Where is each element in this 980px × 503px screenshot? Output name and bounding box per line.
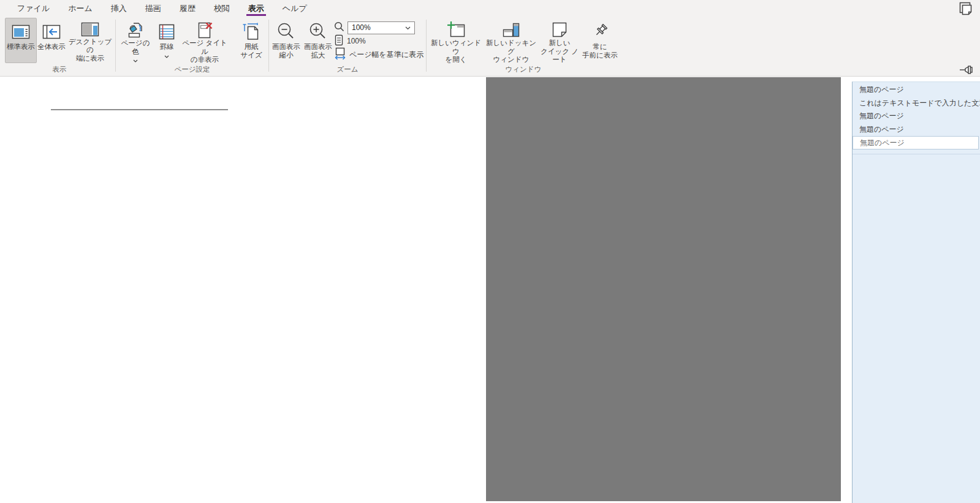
ribbon-content: 標準表示 全体表示 デスクトップの 端に表示 (0, 17, 980, 77)
page-list-divider (853, 154, 980, 154)
hide-page-title-icon (196, 21, 214, 39)
group-separator (115, 20, 116, 72)
dock-to-desktop-icon (81, 21, 99, 38)
zoom-controls-column: 100% 100% (334, 18, 425, 61)
paper-size-button[interactable]: 用紙 サイズ (235, 18, 267, 63)
paper-size-icon (242, 21, 260, 43)
ribbon-group-page-setup: ページの色 罫線 ページ タイトル (117, 17, 267, 77)
new-docked-window-icon (501, 21, 521, 39)
ribbon-area: ファイル ホーム 挿入 描画 履歴 校閲 表示 ヘルプ 標準表示 (0, 0, 980, 77)
zoom-100-button[interactable]: 100% (334, 35, 425, 47)
button-label: 画面表示 (304, 43, 332, 51)
always-on-top-pin-icon (591, 21, 609, 43)
normal-view-icon (12, 21, 30, 43)
overlapping-pages-icon[interactable] (958, 2, 975, 17)
always-on-top-button[interactable]: 常に 手前に表示 (581, 18, 619, 63)
rule-lines-icon (158, 21, 176, 43)
tab-review[interactable]: 校閲 (205, 0, 239, 17)
full-page-view-button[interactable]: 全体表示 (37, 18, 66, 63)
zoom-out-icon (276, 21, 296, 43)
page-list-item[interactable]: 無題のページ (853, 110, 980, 123)
button-label: 拡大 (311, 51, 325, 60)
ribbon-group-view: 標準表示 全体表示 デスクトップの 端に表示 (5, 17, 114, 77)
tab-home[interactable]: ホーム (59, 0, 102, 17)
button-label: デスクトップの (67, 38, 113, 55)
group-separator (268, 20, 269, 72)
ribbon-tab-row: ファイル ホーム 挿入 描画 履歴 校閲 表示 ヘルプ (0, 0, 980, 17)
button-label: 手前に表示 (582, 51, 618, 60)
group-label-zoom: ズーム (270, 64, 425, 76)
button-label: 新しい (549, 39, 570, 48)
new-quick-note-icon (550, 21, 569, 39)
button-label: クイック ノート (539, 48, 580, 64)
rule-lines-button[interactable]: 罫線 (154, 18, 180, 63)
new-quick-note-button[interactable]: 新しい クイック ノート (538, 18, 581, 63)
onenote-window: ファイル ホーム 挿入 描画 履歴 校閲 表示 ヘルプ 標準表示 (0, 0, 980, 503)
button-label: ウィンドウ (493, 56, 530, 64)
button-label: ページの色 (118, 39, 153, 56)
page-list-item[interactable]: 無題のページ (853, 123, 980, 137)
page-width-label: ページ幅を基準に表示 (349, 50, 424, 60)
ribbon-group-zoom: 画面表示 縮小 画面表示 拡大 (270, 17, 425, 77)
button-label: 用紙 (245, 43, 259, 51)
page-color-icon (126, 21, 145, 39)
canvas-outside-page (486, 77, 841, 501)
tab-insert[interactable]: 挿入 (102, 0, 136, 17)
group-separator (426, 20, 427, 72)
zoom-percent-value: 100% (352, 23, 371, 32)
page-color-button[interactable]: ページの色 (117, 18, 154, 63)
new-docked-window-button[interactable]: 新しいドッキング ウィンドウ (484, 18, 538, 63)
ribbon-group-window: 新しいウィンドウ を開く 新しいドッキング ウィンドウ (428, 17, 619, 77)
pin-ribbon-icon[interactable] (959, 65, 975, 75)
page-list-panel: 無題のページ これはテキストモードで入力した文章で 無題のページ 無題のページ … (852, 81, 980, 503)
button-label: 縮小 (279, 51, 294, 60)
tab-view[interactable]: 表示 (239, 0, 273, 17)
button-label: 新しいドッキング (485, 39, 537, 56)
zoom-out-button[interactable]: 画面表示 縮小 (270, 18, 302, 63)
button-label: の非表示 (191, 56, 219, 64)
button-label: 常に (593, 43, 607, 51)
dock-to-desktop-button[interactable]: デスクトップの 端に表示 (66, 18, 114, 63)
page-list-item[interactable]: 無題のページ (853, 83, 980, 97)
page-width-icon (334, 47, 346, 62)
button-label: 端に表示 (76, 55, 104, 63)
tab-file[interactable]: ファイル (8, 0, 59, 17)
button-label: 罫線 (160, 43, 174, 51)
tab-draw[interactable]: 描画 (136, 0, 170, 17)
zoom-100-icon (334, 34, 344, 48)
button-label: を開く (445, 56, 466, 64)
page-list-item-selected[interactable]: 無題のページ (853, 136, 979, 149)
search-icon (334, 21, 344, 34)
zoom-in-button[interactable]: 画面表示 拡大 (302, 18, 334, 63)
zoom-in-icon (308, 21, 328, 43)
normal-view-button[interactable]: 標準表示 (5, 18, 37, 63)
hide-page-title-button[interactable]: ページ タイトル の非表示 (180, 18, 230, 63)
page-width-button[interactable]: ページ幅を基準に表示 (334, 48, 425, 61)
tab-help[interactable]: ヘルプ (273, 0, 316, 17)
new-window-icon (446, 21, 466, 39)
button-label: 画面表示 (272, 43, 300, 51)
page-list-item[interactable]: これはテキストモードで入力した文章で (853, 97, 980, 110)
chevron-down-icon (405, 23, 411, 32)
chevron-down-icon (164, 52, 169, 61)
button-label: 全体表示 (37, 43, 66, 51)
button-label: ページ タイトル (180, 39, 229, 56)
button-label: 新しいウィンドウ (428, 39, 484, 56)
page-canvas[interactable] (0, 77, 852, 503)
group-label-window: ウィンドウ (428, 64, 619, 76)
zoom-percent-combobox[interactable]: 100% (348, 21, 415, 34)
group-label-page-setup: ページ設定 (117, 64, 267, 76)
page-title-underline (51, 109, 228, 110)
button-label: サイズ (240, 51, 262, 60)
full-page-view-icon (42, 21, 61, 43)
tab-history[interactable]: 履歴 (170, 0, 205, 17)
group-label-view: 表示 (5, 64, 114, 76)
vertical-scrollbar[interactable] (841, 77, 852, 503)
new-window-button[interactable]: 新しいウィンドウ を開く (428, 18, 484, 63)
zoom-100-label: 100% (347, 37, 366, 45)
button-label: 標準表示 (7, 43, 35, 51)
